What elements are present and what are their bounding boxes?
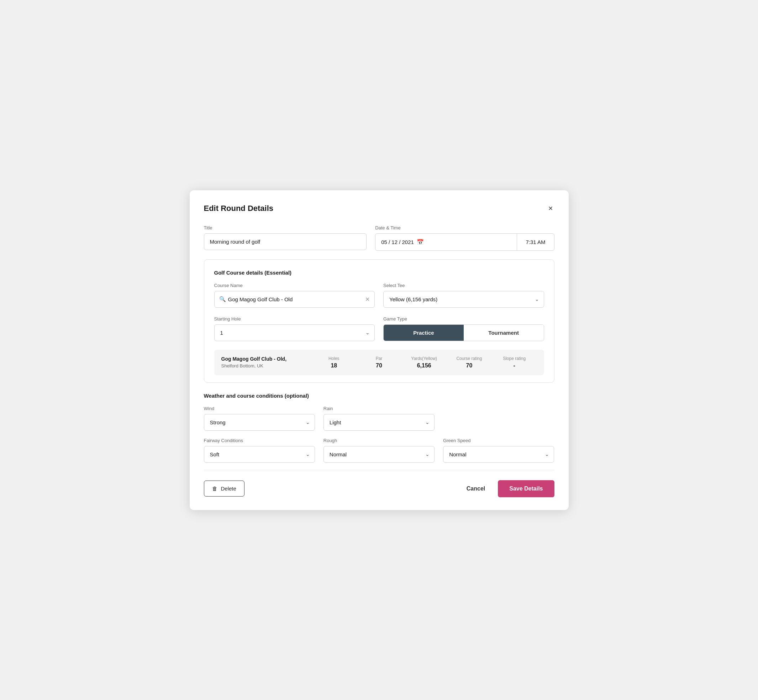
select-tee-wrap: Yellow (6,156 yards) ⌄: [383, 291, 544, 308]
yards-value: 6,156: [417, 362, 431, 369]
par-label: Par: [376, 356, 382, 361]
rain-label: Rain: [324, 406, 434, 411]
game-type-toggle: Practice Tournament: [383, 324, 544, 341]
course-tee-row: Course Name 🔍 ✕ Select Tee Yellow (6,156…: [214, 283, 544, 308]
holes-label: Holes: [329, 356, 340, 361]
practice-button[interactable]: Practice: [384, 325, 464, 341]
course-location: Shelford Bottom, UK: [221, 363, 312, 369]
datetime-label: Date & Time: [375, 225, 554, 230]
select-tee-input[interactable]: Yellow (6,156 yards): [383, 291, 544, 308]
green-speed-label: Green Speed: [443, 438, 554, 443]
time-field[interactable]: 7:31 AM: [517, 234, 554, 250]
yards-stat: Yards(Yellow) 6,156: [401, 356, 446, 369]
course-rating-label: Course rating: [456, 356, 482, 361]
select-tee-group: Select Tee Yellow (6,156 yards) ⌄: [383, 283, 544, 308]
holes-value: 18: [330, 362, 337, 369]
delete-button[interactable]: 🗑 Delete: [204, 481, 244, 497]
date-value: 05 / 12 / 2021: [381, 239, 414, 245]
green-speed-select[interactable]: Normal: [443, 446, 554, 463]
fairway-rough-green-row: Fairway Conditions Soft ⌄ Rough Normal ⌄: [204, 438, 554, 463]
clear-icon[interactable]: ✕: [365, 296, 370, 303]
starting-hole-label: Starting Hole: [214, 316, 375, 322]
delete-label: Delete: [221, 486, 236, 492]
green-speed-select-wrap: Normal ⌄: [443, 446, 554, 463]
date-time-row: 05 / 12 / 2021 📅 7:31 AM: [375, 233, 554, 251]
search-icon: 🔍: [219, 296, 226, 302]
rough-select-wrap: Normal ⌄: [324, 446, 434, 463]
course-name-group: Course Name 🔍 ✕: [214, 283, 375, 308]
rough-label: Rough: [324, 438, 434, 443]
course-info-box: Gog Magog Golf Club - Old, Shelford Bott…: [214, 350, 544, 375]
date-field[interactable]: 05 / 12 / 2021 📅: [376, 234, 517, 250]
cancel-button[interactable]: Cancel: [464, 482, 488, 495]
course-info-name: Gog Magog Golf Club - Old, Shelford Bott…: [221, 356, 312, 369]
fairway-select-wrap: Soft ⌄: [204, 446, 315, 463]
fairway-label: Fairway Conditions: [204, 438, 315, 443]
title-datetime-row: Title Date & Time 05 / 12 / 2021 📅 7:31 …: [204, 225, 554, 251]
title-label: Title: [204, 225, 367, 230]
rain-select[interactable]: Light: [324, 414, 434, 431]
slope-rating-stat: Slope rating -: [492, 356, 537, 369]
game-type-group: Game Type Practice Tournament: [383, 316, 544, 341]
par-stat: Par 70: [357, 356, 402, 369]
course-name-input[interactable]: [214, 291, 375, 308]
holes-stat: Holes 18: [312, 356, 357, 369]
course-rating-stat: Course rating 70: [446, 356, 492, 369]
select-tee-label: Select Tee: [383, 283, 544, 288]
trash-icon: 🗑: [212, 486, 218, 492]
modal-header: Edit Round Details ×: [204, 203, 554, 214]
wind-group: Wind Strong ⌄: [204, 406, 315, 431]
hole-gametype-row: Starting Hole 1 ⌄ Game Type Practice Tou…: [214, 316, 544, 341]
starting-hole-select[interactable]: 1: [214, 324, 375, 341]
rough-group: Rough Normal ⌄: [324, 438, 434, 463]
time-value: 7:31 AM: [526, 239, 545, 245]
wind-select[interactable]: Strong: [204, 414, 315, 431]
slope-rating-label: Slope rating: [503, 356, 526, 361]
wind-label: Wind: [204, 406, 315, 411]
edit-round-modal: Edit Round Details × Title Date & Time 0…: [190, 190, 568, 510]
rough-select[interactable]: Normal: [324, 446, 434, 463]
rain-group: Rain Light ⌄: [324, 406, 434, 431]
footer-right: Cancel Save Details: [464, 480, 554, 497]
starting-hole-group: Starting Hole 1 ⌄: [214, 316, 375, 341]
wind-select-wrap: Strong ⌄: [204, 414, 315, 431]
fairway-group: Fairway Conditions Soft ⌄: [204, 438, 315, 463]
tournament-button[interactable]: Tournament: [464, 325, 544, 341]
fairway-select[interactable]: Soft: [204, 446, 315, 463]
par-value: 70: [376, 362, 382, 369]
yards-label: Yards(Yellow): [411, 356, 437, 361]
starting-hole-wrap: 1 ⌄: [214, 324, 375, 341]
modal-title: Edit Round Details: [204, 204, 274, 213]
weather-section-title: Weather and course conditions (optional): [204, 393, 554, 399]
close-button[interactable]: ×: [547, 203, 554, 214]
course-full-name: Gog Magog Golf Club - Old,: [221, 356, 312, 362]
course-rating-value: 70: [466, 362, 473, 369]
save-button[interactable]: Save Details: [498, 480, 554, 497]
title-group: Title: [204, 225, 367, 250]
weather-section: Weather and course conditions (optional)…: [204, 393, 554, 463]
title-input[interactable]: [204, 233, 367, 250]
course-name-search-wrap: 🔍 ✕: [214, 291, 375, 308]
calendar-icon: 📅: [417, 239, 424, 245]
green-speed-group: Green Speed Normal ⌄: [443, 438, 554, 463]
footer-row: 🗑 Delete Cancel Save Details: [204, 479, 554, 497]
datetime-group: Date & Time 05 / 12 / 2021 📅 7:31 AM: [375, 225, 554, 251]
game-type-label: Game Type: [383, 316, 544, 322]
rain-select-wrap: Light ⌄: [324, 414, 434, 431]
course-name-label: Course Name: [214, 283, 375, 288]
golf-course-section: Golf Course details (Essential) Course N…: [204, 259, 554, 383]
wind-rain-row: Wind Strong ⌄ Rain Light ⌄: [204, 406, 554, 431]
footer-divider: [204, 470, 554, 470]
slope-rating-value: -: [513, 362, 515, 369]
golf-section-title: Golf Course details (Essential): [214, 270, 544, 276]
